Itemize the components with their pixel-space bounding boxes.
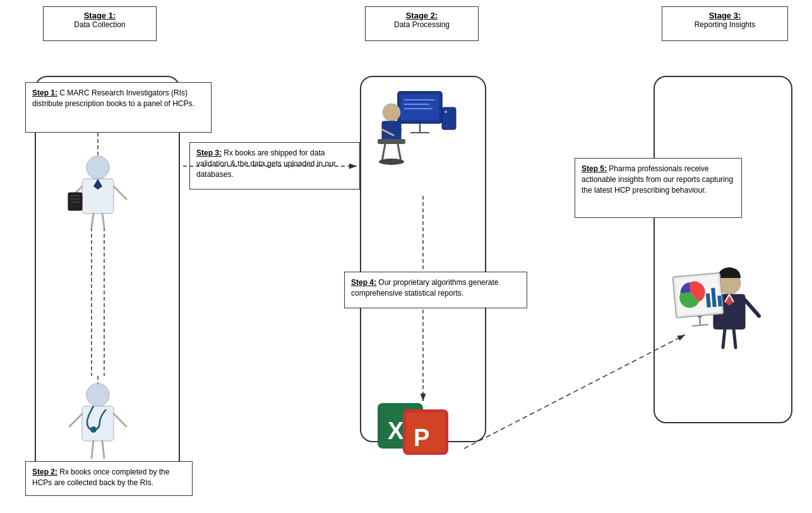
stage1-subtitle: Data Collection <box>50 20 150 29</box>
stage2-subtitle: Data Processing <box>372 20 472 29</box>
stage3-title: Stage 3: <box>669 11 781 20</box>
stage3-header: Stage 3: Reporting Insights <box>662 6 788 41</box>
step1-label: Step 1: <box>32 88 57 97</box>
stage3-subtitle: Reporting Insights <box>669 20 781 29</box>
stage1-container <box>35 76 180 493</box>
stage2-header: Stage 2: Data Processing <box>365 6 479 41</box>
step5-label: Step 5: <box>582 164 607 173</box>
step4-label: Step 4: <box>351 278 376 287</box>
stage1-header: Stage 1: Data Collection <box>43 6 157 41</box>
step3-label: Step 3: <box>196 148 222 157</box>
stage2-container <box>360 76 486 442</box>
step4-box: Step 4: Our proprietary algorithms gener… <box>344 272 527 308</box>
step2-box: Step 2: Rx books once completed by the H… <box>25 461 193 496</box>
step2-label: Step 2: <box>32 468 57 476</box>
step5-box: Step 5: Pharma professionals receive act… <box>575 158 742 218</box>
stage1-title: Stage 1: <box>50 11 150 20</box>
svg-line-9 <box>464 335 685 449</box>
stage2-title: Stage 2: <box>372 11 472 20</box>
step3-box: Step 3: Rx books are shipped for data va… <box>189 142 360 190</box>
stage3-container <box>654 76 792 423</box>
step1-box: Step 1: C MARC Research Investigators (R… <box>25 82 212 133</box>
